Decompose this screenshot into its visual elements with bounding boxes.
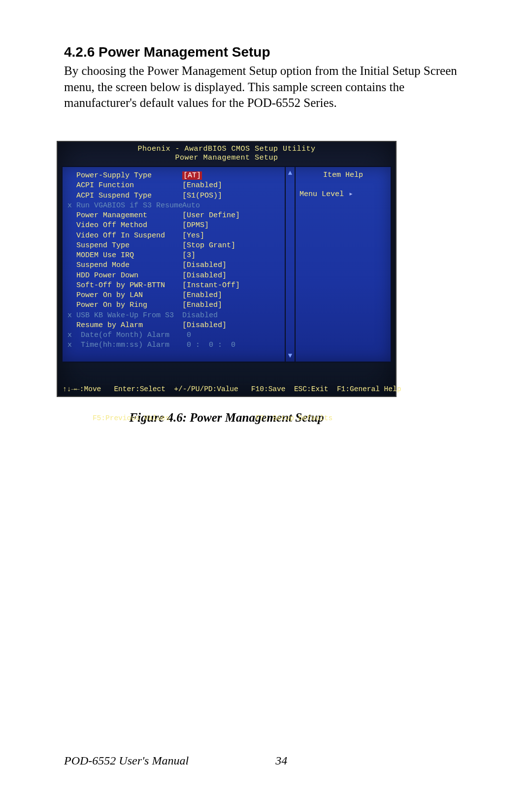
- figure: Phoenix - AwardBIOS CMOS Setup Utility P…: [57, 141, 397, 425]
- bios-setting-row[interactable]: ACPI Function[Enabled]: [67, 181, 283, 191]
- row-prefix: x: [67, 201, 76, 211]
- row-prefix: [67, 251, 76, 261]
- row-prefix: x: [67, 311, 76, 321]
- setting-value[interactable]: [Stop Grant]: [182, 241, 235, 251]
- page-footer: POD-6552 User's Manual 34: [64, 754, 287, 767]
- bios-legend: ↑↓→←:Move Enter:Select +/-/PU/PD:Value F…: [62, 363, 392, 443]
- manual-title: POD-6552 User's Manual: [64, 754, 189, 767]
- setting-label: Video Off In Suspend: [76, 231, 182, 241]
- setting-value[interactable]: [AT]: [182, 171, 202, 181]
- row-prefix: [67, 300, 76, 310]
- bios-setting-row[interactable]: Soft-Off by PWR-BTTN[Instant-Off]: [67, 281, 283, 291]
- bios-setting-row[interactable]: Suspend Type[Stop Grant]: [67, 241, 283, 251]
- setting-value[interactable]: [Enabled]: [182, 291, 222, 300]
- setting-value[interactable]: [Disabled]: [182, 321, 227, 331]
- row-prefix: x: [67, 331, 76, 340]
- row-prefix: [67, 321, 76, 331]
- setting-label: MODEM Use IRQ: [76, 251, 182, 261]
- setting-label: Power On by Ring: [76, 300, 182, 310]
- setting-value[interactable]: [DPMS]: [182, 221, 209, 231]
- bios-setting-row[interactable]: x Date(of Month) Alarm 0: [67, 331, 283, 340]
- menu-level-label: Menu Level: [299, 190, 344, 199]
- row-prefix: [67, 231, 76, 241]
- setting-label: Resume by Alarm: [76, 321, 182, 331]
- section-heading: 4.2.6 Power Management Setup: [64, 44, 468, 60]
- bios-settings-pane[interactable]: Power-Supply Type[AT]ACPI Function[Enabl…: [63, 167, 285, 362]
- row-prefix: [67, 291, 76, 300]
- setting-value[interactable]: [Instant-Off]: [182, 281, 240, 291]
- bios-setting-row[interactable]: Power On by LAN[Enabled]: [67, 291, 283, 300]
- setting-value[interactable]: [Enabled]: [182, 300, 222, 310]
- bios-setting-row[interactable]: Power-Supply Type[AT]: [67, 171, 283, 181]
- setting-label: ACPI Function: [76, 181, 182, 191]
- bios-setting-row[interactable]: ACPI Suspend Type[S1(POS)]: [67, 191, 283, 201]
- menu-level: Menu Level▸: [299, 189, 387, 199]
- setting-value[interactable]: [3]: [182, 251, 196, 261]
- setting-label: HDD Power Down: [76, 271, 182, 281]
- row-prefix: [67, 211, 76, 221]
- bios-setting-row[interactable]: Video Off In Suspend[Yes]: [67, 231, 283, 241]
- bios-body: Power-Supply Type[AT]ACPI Function[Enabl…: [62, 166, 392, 363]
- setting-value[interactable]: [Yes]: [182, 231, 204, 241]
- help-title: Item Help: [299, 171, 387, 179]
- row-prefix: [67, 181, 76, 191]
- setting-label: USB KB Wake-Up From S3: [76, 311, 182, 321]
- document-page: 4.2.6 Power Management Setup By choosing…: [0, 0, 532, 797]
- setting-label: Time(hh:mm:ss) Alarm: [76, 340, 182, 350]
- setting-label: Suspend Mode: [76, 261, 182, 270]
- bios-title-line2: Power Management Setup: [62, 154, 392, 163]
- row-prefix: [67, 241, 76, 251]
- setting-value[interactable]: 0: [182, 331, 191, 340]
- setting-value[interactable]: [Disabled]: [182, 271, 227, 281]
- setting-value[interactable]: 0 : 0 : 0: [182, 340, 235, 350]
- row-prefix: [67, 171, 76, 181]
- section-paragraph: By choosing the Power Management Setup o…: [64, 63, 468, 111]
- bios-setting-row[interactable]: xUSB KB Wake-Up From S3Disabled: [67, 311, 283, 321]
- setting-value[interactable]: [User Define]: [182, 211, 240, 221]
- bios-setting-row[interactable]: x Time(hh:mm:ss) Alarm 0 : 0 : 0: [67, 340, 283, 350]
- setting-value[interactable]: [S1(POS)]: [182, 191, 222, 201]
- bios-setting-row[interactable]: Power On by Ring[Enabled]: [67, 300, 283, 310]
- bios-scrollbar[interactable]: ▲ ▼: [285, 167, 295, 362]
- row-prefix: [67, 221, 76, 231]
- bios-screenshot: Phoenix - AwardBIOS CMOS Setup Utility P…: [57, 141, 397, 397]
- bios-title-line1: Phoenix - AwardBIOS CMOS Setup Utility: [62, 145, 392, 154]
- bios-help-pane: Item Help Menu Level▸: [295, 167, 391, 362]
- setting-value[interactable]: Disabled: [182, 311, 218, 321]
- setting-label: Run VGABIOS if S3 Resume: [76, 201, 182, 211]
- setting-label: Power Management: [76, 211, 182, 221]
- setting-label: ACPI Suspend Type: [76, 191, 182, 201]
- scroll-down-icon[interactable]: ▼: [286, 352, 295, 360]
- row-prefix: x: [67, 340, 76, 350]
- row-prefix: [67, 271, 76, 281]
- section-title: Power Management Setup: [99, 44, 270, 60]
- setting-label: Power-Supply Type: [76, 171, 182, 181]
- setting-label: Power On by LAN: [76, 291, 182, 300]
- legend-line2: F5:Previous Values F7: Setup Defaults: [63, 414, 391, 424]
- setting-label: Soft-Off by PWR-BTTN: [76, 281, 182, 291]
- chevron-right-icon: ▸: [349, 190, 353, 199]
- bios-title: Phoenix - AwardBIOS CMOS Setup Utility P…: [62, 145, 392, 164]
- row-prefix: [67, 261, 76, 270]
- scroll-up-icon[interactable]: ▲: [286, 169, 295, 177]
- row-prefix: [67, 191, 76, 201]
- setting-label: Video Off Method: [76, 221, 182, 231]
- bios-setting-row[interactable]: HDD Power Down[Disabled]: [67, 271, 283, 281]
- setting-label: Date(of Month) Alarm: [76, 331, 182, 340]
- bios-setting-row[interactable]: Resume by Alarm[Disabled]: [67, 321, 283, 331]
- section-number: 4.2.6: [64, 44, 95, 60]
- bios-setting-row[interactable]: Power Management[User Define]: [67, 211, 283, 221]
- page-number: 34: [275, 754, 287, 767]
- setting-label: Suspend Type: [76, 241, 182, 251]
- bios-setting-row[interactable]: Video Off Method[DPMS]: [67, 221, 283, 231]
- bios-setting-row[interactable]: MODEM Use IRQ[3]: [67, 251, 283, 261]
- setting-value[interactable]: [Enabled]: [182, 181, 222, 191]
- bios-setting-row[interactable]: xRun VGABIOS if S3 ResumeAuto: [67, 201, 283, 211]
- bios-setting-row[interactable]: Suspend Mode[Disabled]: [67, 261, 283, 270]
- setting-value[interactable]: Auto: [182, 201, 200, 211]
- legend-line1: ↑↓→←:Move Enter:Select +/-/PU/PD:Value F…: [63, 385, 391, 395]
- row-prefix: [67, 281, 76, 291]
- setting-value[interactable]: [Disabled]: [182, 261, 227, 270]
